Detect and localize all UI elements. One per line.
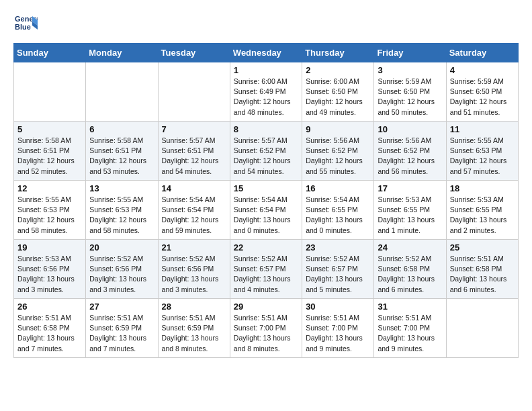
- day-info: Sunrise: 5:56 AM Sunset: 6:52 PM Dayligh…: [378, 136, 442, 177]
- day-cell: 27Sunrise: 5:51 AM Sunset: 6:59 PM Dayli…: [86, 299, 158, 358]
- day-info: Sunrise: 5:53 AM Sunset: 6:56 PM Dayligh…: [17, 254, 82, 295]
- header-cell-wednesday: Wednesday: [230, 44, 302, 62]
- day-info: Sunrise: 5:57 AM Sunset: 6:51 PM Dayligh…: [162, 136, 226, 177]
- day-number: 31: [378, 302, 442, 312]
- day-cell: 29Sunrise: 5:51 AM Sunset: 7:00 PM Dayli…: [230, 299, 302, 358]
- day-info: Sunrise: 5:54 AM Sunset: 6:55 PM Dayligh…: [306, 195, 370, 236]
- day-number: 6: [89, 124, 154, 134]
- header-cell-saturday: Saturday: [446, 44, 518, 62]
- day-number: 21: [162, 242, 226, 253]
- day-cell: 23Sunrise: 5:52 AM Sunset: 6:57 PM Dayli…: [302, 240, 374, 299]
- day-info: Sunrise: 5:58 AM Sunset: 6:51 PM Dayligh…: [89, 136, 154, 177]
- logo-icon: General Blue: [13, 11, 38, 35]
- day-cell: 26Sunrise: 5:51 AM Sunset: 6:58 PM Dayli…: [14, 299, 86, 358]
- header-row: SundayMondayTuesdayWednesdayThursdayFrid…: [14, 44, 519, 62]
- day-cell: [14, 62, 86, 122]
- day-info: Sunrise: 5:57 AM Sunset: 6:52 PM Dayligh…: [234, 136, 298, 177]
- day-cell: 3Sunrise: 5:59 AM Sunset: 6:50 PM Daylig…: [374, 62, 446, 122]
- day-info: Sunrise: 5:52 AM Sunset: 6:58 PM Dayligh…: [378, 254, 442, 295]
- day-info: Sunrise: 5:54 AM Sunset: 6:54 PM Dayligh…: [234, 195, 298, 236]
- day-cell: 1Sunrise: 6:00 AM Sunset: 6:49 PM Daylig…: [230, 62, 302, 122]
- day-info: Sunrise: 5:52 AM Sunset: 6:56 PM Dayligh…: [162, 254, 226, 295]
- day-number: 18: [450, 183, 515, 193]
- day-info: Sunrise: 6:00 AM Sunset: 6:50 PM Dayligh…: [306, 77, 370, 118]
- day-number: 16: [306, 183, 370, 193]
- day-number: 27: [89, 302, 154, 312]
- day-cell: 18Sunrise: 5:53 AM Sunset: 6:55 PM Dayli…: [446, 181, 518, 240]
- day-cell: 4Sunrise: 5:59 AM Sunset: 6:50 PM Daylig…: [446, 62, 518, 122]
- day-info: Sunrise: 5:52 AM Sunset: 6:57 PM Dayligh…: [306, 254, 370, 295]
- svg-text:Blue: Blue: [15, 23, 31, 31]
- day-cell: 17Sunrise: 5:53 AM Sunset: 6:55 PM Dayli…: [374, 181, 446, 240]
- day-info: Sunrise: 5:54 AM Sunset: 6:54 PM Dayligh…: [162, 195, 226, 236]
- day-cell: 19Sunrise: 5:53 AM Sunset: 6:56 PM Dayli…: [14, 240, 86, 299]
- day-cell: 24Sunrise: 5:52 AM Sunset: 6:58 PM Dayli…: [374, 240, 446, 299]
- day-number: 28: [162, 302, 226, 312]
- day-cell: 15Sunrise: 5:54 AM Sunset: 6:54 PM Dayli…: [230, 181, 302, 240]
- day-number: 2: [306, 65, 370, 75]
- day-info: Sunrise: 5:59 AM Sunset: 6:50 PM Dayligh…: [450, 77, 515, 118]
- day-cell: [158, 62, 230, 122]
- day-cell: 5Sunrise: 5:58 AM Sunset: 6:51 PM Daylig…: [14, 122, 86, 181]
- day-number: 12: [17, 183, 82, 193]
- day-cell: 11Sunrise: 5:55 AM Sunset: 6:53 PM Dayli…: [446, 122, 518, 181]
- day-number: 29: [234, 302, 298, 312]
- day-number: 23: [306, 242, 370, 253]
- day-info: Sunrise: 5:51 AM Sunset: 6:58 PM Dayligh…: [17, 313, 82, 354]
- day-number: 11: [450, 124, 515, 134]
- day-number: 7: [162, 124, 226, 134]
- day-info: Sunrise: 5:56 AM Sunset: 6:52 PM Dayligh…: [306, 136, 370, 177]
- header-cell-friday: Friday: [374, 44, 446, 62]
- day-info: Sunrise: 5:51 AM Sunset: 6:58 PM Dayligh…: [450, 254, 515, 295]
- day-number: 4: [450, 65, 515, 75]
- day-info: Sunrise: 5:53 AM Sunset: 6:55 PM Dayligh…: [378, 195, 442, 236]
- day-info: Sunrise: 5:51 AM Sunset: 6:59 PM Dayligh…: [162, 313, 226, 354]
- header: General Blue: [13, 11, 519, 35]
- day-cell: 14Sunrise: 5:54 AM Sunset: 6:54 PM Dayli…: [158, 181, 230, 240]
- header-cell-monday: Monday: [86, 44, 158, 62]
- day-info: Sunrise: 5:51 AM Sunset: 7:00 PM Dayligh…: [234, 313, 298, 354]
- day-cell: 16Sunrise: 5:54 AM Sunset: 6:55 PM Dayli…: [302, 181, 374, 240]
- day-info: Sunrise: 5:51 AM Sunset: 7:00 PM Dayligh…: [306, 313, 370, 354]
- day-cell: 30Sunrise: 5:51 AM Sunset: 7:00 PM Dayli…: [302, 299, 374, 358]
- day-number: 14: [162, 183, 226, 193]
- day-number: 17: [378, 183, 442, 193]
- day-cell: 10Sunrise: 5:56 AM Sunset: 6:52 PM Dayli…: [374, 122, 446, 181]
- day-number: 30: [306, 302, 370, 312]
- day-cell: 25Sunrise: 5:51 AM Sunset: 6:58 PM Dayli…: [446, 240, 518, 299]
- day-number: 10: [378, 124, 442, 134]
- day-cell: 22Sunrise: 5:52 AM Sunset: 6:57 PM Dayli…: [230, 240, 302, 299]
- day-number: 26: [17, 302, 82, 312]
- day-cell: 9Sunrise: 5:56 AM Sunset: 6:52 PM Daylig…: [302, 122, 374, 181]
- day-number: 3: [378, 65, 442, 75]
- day-info: Sunrise: 5:52 AM Sunset: 6:56 PM Dayligh…: [89, 254, 154, 295]
- day-info: Sunrise: 5:52 AM Sunset: 6:57 PM Dayligh…: [234, 254, 298, 295]
- day-cell: 13Sunrise: 5:55 AM Sunset: 6:53 PM Dayli…: [86, 181, 158, 240]
- day-number: 5: [17, 124, 82, 134]
- logo: General Blue: [13, 11, 40, 35]
- week-row-5: 26Sunrise: 5:51 AM Sunset: 6:58 PM Dayli…: [14, 299, 519, 358]
- day-number: 9: [306, 124, 370, 134]
- day-cell: 8Sunrise: 5:57 AM Sunset: 6:52 PM Daylig…: [230, 122, 302, 181]
- week-row-3: 12Sunrise: 5:55 AM Sunset: 6:53 PM Dayli…: [14, 181, 519, 240]
- day-cell: 6Sunrise: 5:58 AM Sunset: 6:51 PM Daylig…: [86, 122, 158, 181]
- day-info: Sunrise: 5:55 AM Sunset: 6:53 PM Dayligh…: [17, 195, 82, 236]
- day-info: Sunrise: 5:59 AM Sunset: 6:50 PM Dayligh…: [378, 77, 442, 118]
- day-number: 22: [234, 242, 298, 253]
- header-cell-tuesday: Tuesday: [158, 44, 230, 62]
- day-info: Sunrise: 5:53 AM Sunset: 6:55 PM Dayligh…: [450, 195, 515, 236]
- week-row-1: 1Sunrise: 6:00 AM Sunset: 6:49 PM Daylig…: [14, 62, 519, 122]
- day-number: 24: [378, 242, 442, 253]
- day-number: 13: [89, 183, 154, 193]
- day-cell: 2Sunrise: 6:00 AM Sunset: 6:50 PM Daylig…: [302, 62, 374, 122]
- calendar-page: General Blue SundayMondayTuesdayWednesda…: [0, 0, 532, 369]
- day-info: Sunrise: 5:51 AM Sunset: 7:00 PM Dayligh…: [378, 313, 442, 354]
- day-cell: 20Sunrise: 5:52 AM Sunset: 6:56 PM Dayli…: [86, 240, 158, 299]
- header-cell-thursday: Thursday: [302, 44, 374, 62]
- day-number: 1: [234, 65, 298, 75]
- day-info: Sunrise: 6:00 AM Sunset: 6:49 PM Dayligh…: [234, 77, 298, 118]
- day-cell: 12Sunrise: 5:55 AM Sunset: 6:53 PM Dayli…: [14, 181, 86, 240]
- day-number: 8: [234, 124, 298, 134]
- day-info: Sunrise: 5:51 AM Sunset: 6:59 PM Dayligh…: [89, 313, 154, 354]
- day-cell: 28Sunrise: 5:51 AM Sunset: 6:59 PM Dayli…: [158, 299, 230, 358]
